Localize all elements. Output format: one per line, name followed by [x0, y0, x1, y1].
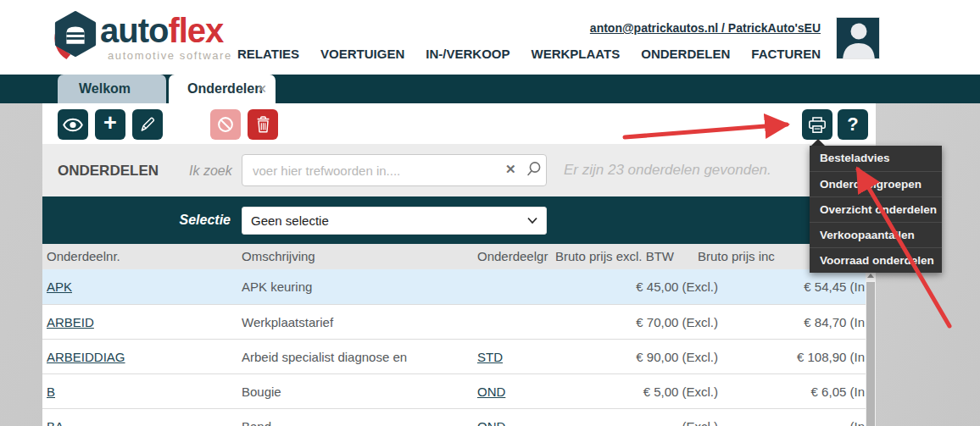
nav-item-facturen[interactable]: FACTUREN [751, 47, 821, 61]
print-button[interactable] [802, 109, 832, 140]
section-title: ONDERDELEN [58, 163, 159, 180]
logo-word-flex: flex [168, 12, 223, 49]
price-excl: € 45,00 (Excl.) [534, 269, 718, 304]
price-incl: € 108,90 (In [712, 340, 865, 374]
selection-dropdown[interactable]: Geen selectie [242, 207, 547, 235]
price-excl: € 5,00 (Excl.) [534, 374, 718, 409]
delete-button[interactable] [248, 109, 278, 140]
add-button[interactable]: + [95, 109, 125, 140]
selection-dropdown-value: Geen selectie [251, 213, 329, 228]
part-group-link[interactable]: OND [477, 385, 505, 399]
part-number-link[interactable]: ARBEID [47, 315, 94, 329]
search-prompt-label: Ik zoek [189, 163, 232, 179]
search-clear-icon[interactable]: ✕ [505, 162, 516, 177]
part-group-link[interactable]: OND [477, 419, 505, 426]
autoflex-logo-icon [53, 10, 98, 61]
menu-item-voorraad-onderdelen[interactable]: Voorraad onderdelen [810, 247, 942, 273]
table-row[interactable]: B Bougie OND € 5,00 (Excl.) € 6,05 (In [42, 373, 866, 408]
part-description: APK keuring [242, 269, 312, 304]
search-icon[interactable] [526, 161, 542, 177]
nav-item-werkplaats[interactable]: WERKPLAATS [532, 47, 621, 61]
results-count-text: Er zijn 23 onderdelen gevonden. [564, 162, 771, 179]
view-button[interactable] [58, 109, 88, 140]
tab-welkom[interactable]: Welkom [58, 75, 166, 103]
block-button [210, 109, 241, 140]
eye-icon [63, 118, 83, 132]
logo-word-auto: auto [100, 12, 168, 49]
table-row[interactable]: APK APK keuring € 45,00 (Excl.) € 54,45 … [42, 269, 866, 304]
help-button[interactable]: ? [838, 109, 868, 140]
pencil-icon [139, 116, 156, 133]
column-header-bruto-incl: Bruto prijs inc [698, 244, 775, 269]
nav-item-onderdelen[interactable]: ONDERDELEN [641, 47, 730, 61]
main-nav: RELATIES VOERTUIGEN IN-/VERKOOP WERKPLAA… [237, 47, 821, 61]
vertical-scrollbar[interactable] [866, 269, 876, 426]
part-description: Arbeid specialist diagnose en [242, 340, 407, 374]
menu-item-besteladvies[interactable]: Besteladvies [810, 146, 942, 171]
part-number-link[interactable]: BA [47, 419, 64, 426]
scrollbar-thumb[interactable] [866, 282, 875, 426]
nav-item-voertuigen[interactable]: VOERTUIGEN [320, 47, 404, 61]
app-root: autoflex automotive software RELATIES VO… [0, 0, 980, 426]
price-excl: € 90,00 (Excl.) [534, 340, 718, 374]
trash-icon [255, 115, 271, 134]
user-avatar[interactable] [836, 17, 880, 59]
tab-onderdelen[interactable]: Onderdelen ✕ [169, 75, 276, 103]
price-incl: (In [712, 409, 865, 426]
nav-item-relaties[interactable]: RELATIES [237, 47, 299, 61]
table-row[interactable]: ARBEIDDIAG Arbeid specialist diagnose en… [42, 339, 866, 373]
printer-icon [808, 116, 827, 134]
part-description: Werkplaatstarief [242, 305, 333, 340]
selection-label: Selectie [161, 213, 231, 228]
part-description: Band [242, 409, 271, 426]
account-link[interactable]: anton@patrickautos.nl / PatrickAuto'sEU [590, 21, 821, 35]
table-header-row: Onderdeelnr. Omschrijving Onderdeelgr Br… [42, 244, 866, 269]
column-header-onderdeelnr: Onderdeelnr. [47, 244, 120, 269]
menu-item-overzicht-onderdelen[interactable]: Overzicht onderdelen [810, 196, 942, 222]
tab-onderdelen-label: Onderdelen [187, 81, 263, 96]
question-mark-icon: ? [847, 113, 858, 136]
part-number-link[interactable]: B [47, 385, 55, 399]
tab-bar: Welkom Onderdelen ✕ [0, 75, 980, 103]
part-description: Bougie [242, 374, 281, 409]
top-header: autoflex automotive software RELATIES VO… [0, 0, 980, 75]
price-excl: € 70,00 (Excl.) [534, 305, 718, 340]
no-entry-icon [216, 115, 235, 134]
table-row[interactable]: ARBEID Werkplaatstarief € 70,00 (Excl.) … [42, 304, 866, 339]
nav-item-in-verkoop[interactable]: IN-/VERKOOP [426, 47, 509, 61]
part-number-link[interactable]: ARBEIDDIAG [47, 350, 125, 364]
price-incl: € 84,70 (In [712, 305, 865, 340]
column-header-omschrijving: Omschrijving [242, 244, 315, 269]
part-number-link[interactable]: APK [47, 279, 72, 294]
column-header-bruto-excl: Bruto prijs excl. BTW [555, 244, 674, 269]
table-row[interactable]: BA Band OND (Excl.) (In [42, 408, 866, 426]
logo-tagline: automotive software [108, 49, 232, 62]
price-excl: (Excl.) [534, 409, 718, 426]
chevron-down-icon [527, 217, 537, 224]
menu-item-onderdeelgroepen[interactable]: Onderdeelgroepen [810, 171, 942, 196]
search-input[interactable] [242, 154, 547, 186]
tab-welkom-label: Welkom [79, 81, 131, 96]
price-incl: € 54,45 (In [712, 269, 865, 304]
price-incl: € 6,05 (In [712, 374, 865, 409]
part-group-link[interactable]: STD [477, 350, 503, 364]
print-menu-caret [811, 139, 825, 146]
autoflex-logo-text: autoflex [100, 12, 223, 49]
menu-item-verkoopaantallen[interactable]: Verkoopaantallen [810, 222, 942, 247]
tab-close-icon[interactable]: ✕ [257, 75, 267, 103]
person-icon [837, 18, 880, 59]
edit-button[interactable] [132, 109, 163, 140]
column-header-onderdeelgr: Onderdeelgr [477, 244, 548, 269]
print-menu: Besteladvies Onderdeelgroepen Overzicht … [810, 146, 942, 273]
plus-icon: + [103, 112, 117, 135]
